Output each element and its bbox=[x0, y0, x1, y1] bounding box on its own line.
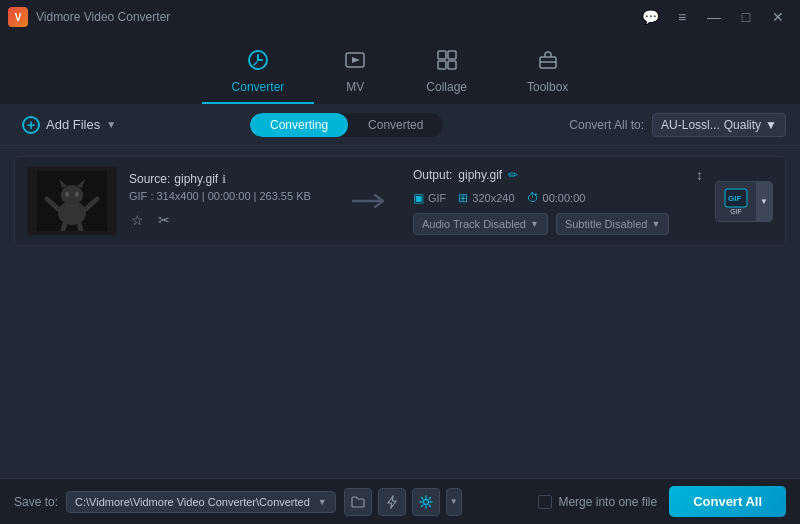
add-files-dropdown-arrow: ▼ bbox=[106, 119, 116, 130]
format-icon-inner: GIF GIF bbox=[716, 182, 756, 221]
svg-point-18 bbox=[75, 192, 79, 197]
resolution-icon: ⊞ bbox=[458, 191, 468, 205]
minimize-button[interactable]: — bbox=[700, 6, 728, 28]
output-label: Output: bbox=[413, 168, 452, 182]
duration-icon: ⏱ bbox=[527, 191, 539, 205]
empty-area bbox=[14, 254, 786, 494]
file-meta: GIF : 314x400 | 00:00:00 | 263.55 KB bbox=[129, 190, 329, 202]
info-icon: ℹ bbox=[222, 173, 226, 186]
svg-point-10 bbox=[61, 185, 83, 205]
collage-icon bbox=[436, 49, 458, 76]
tab-collage[interactable]: Collage bbox=[396, 41, 497, 104]
file-card: Source: giphy.gif ℹ GIF : 314x400 | 00:0… bbox=[14, 156, 786, 246]
resolution-param: ⊞ 320x240 bbox=[458, 191, 514, 205]
output-area: Output: giphy.gif ✏ ↕ ▣ GIF ⊞ 320x240 ⏱ … bbox=[413, 167, 703, 235]
add-files-button[interactable]: + Add Files ▼ bbox=[14, 112, 124, 138]
lightning-icon-btn[interactable] bbox=[378, 488, 406, 516]
edit-icon[interactable]: ✏ bbox=[508, 168, 518, 182]
collage-tab-label: Collage bbox=[426, 80, 467, 94]
quality-label: Quality bbox=[724, 118, 761, 132]
svg-point-21 bbox=[423, 499, 428, 504]
tab-mv[interactable]: MV bbox=[314, 41, 396, 104]
output-format-value: GIF bbox=[428, 192, 446, 204]
format-dropdown-btn[interactable]: ▼ bbox=[756, 182, 772, 221]
format-param: ▣ GIF bbox=[413, 191, 446, 205]
output-params: ▣ GIF ⊞ 320x240 ⏱ 00:00:00 bbox=[413, 191, 703, 205]
output-filename: giphy.gif bbox=[458, 168, 502, 182]
thumbnail bbox=[27, 167, 117, 235]
plus-icon: + bbox=[22, 116, 40, 134]
file-source: Source: giphy.gif ℹ bbox=[129, 172, 329, 186]
converter-icon bbox=[247, 49, 269, 76]
footer: Save to: C:\Vidmore\Vidmore Video Conver… bbox=[0, 478, 800, 524]
footer-icons: ▼ bbox=[344, 488, 462, 516]
format-icon-area: GIF GIF ▼ bbox=[715, 181, 773, 222]
sub-tabs: Converting Converted bbox=[250, 113, 443, 137]
svg-text:GIF: GIF bbox=[728, 194, 741, 203]
svg-rect-2 bbox=[438, 51, 446, 59]
title-bar-controls: 💬 ≡ — □ ✕ bbox=[636, 6, 792, 28]
converted-tab[interactable]: Converted bbox=[348, 113, 443, 137]
converting-tab[interactable]: Converting bbox=[250, 113, 348, 137]
save-to-label: Save to: bbox=[14, 495, 58, 509]
title-bar-left: V Vidmore Video Converter bbox=[8, 7, 170, 27]
title-bar: V Vidmore Video Converter 💬 ≡ — □ ✕ bbox=[0, 0, 800, 34]
merge-checkbox[interactable]: Merge into one file bbox=[538, 495, 657, 509]
star-button[interactable]: ☆ bbox=[129, 210, 146, 230]
arrow-area bbox=[341, 189, 401, 213]
folder-icon-btn[interactable] bbox=[344, 488, 372, 516]
settings-icon-btn[interactable] bbox=[412, 488, 440, 516]
output-selects: Audio Track Disabled ▼ Subtitle Disabled… bbox=[413, 213, 703, 235]
format-icon-box[interactable]: GIF GIF ▼ bbox=[715, 181, 773, 222]
save-path-value: C:\Vidmore\Vidmore Video Converter\Conve… bbox=[75, 496, 310, 508]
svg-point-17 bbox=[65, 192, 69, 197]
audio-track-value: Audio Track Disabled bbox=[422, 218, 526, 230]
tab-toolbox[interactable]: Toolbox bbox=[497, 41, 598, 104]
svg-rect-5 bbox=[448, 61, 456, 69]
menu-button[interactable]: ≡ bbox=[668, 6, 696, 28]
format-select[interactable]: AU-Lossl... Quality ▼ bbox=[652, 113, 786, 137]
footer-right: Merge into one file Convert All bbox=[538, 486, 786, 517]
app-title: Vidmore Video Converter bbox=[36, 10, 170, 24]
merge-checkbox-box[interactable] bbox=[538, 495, 552, 509]
maximize-button[interactable]: □ bbox=[732, 6, 760, 28]
format-dropdown-arrow: ▼ bbox=[765, 118, 777, 132]
audio-track-select[interactable]: Audio Track Disabled ▼ bbox=[413, 213, 548, 235]
toolbox-icon bbox=[537, 49, 559, 76]
cat-image bbox=[27, 167, 117, 235]
toolbar-left: + Add Files ▼ bbox=[14, 112, 124, 138]
subtitle-select[interactable]: Subtitle Disabled ▼ bbox=[556, 213, 669, 235]
file-actions: ☆ ✂ bbox=[129, 210, 329, 230]
mv-icon bbox=[344, 49, 366, 76]
toolbar: + Add Files ▼ Converting Converted Conve… bbox=[0, 104, 800, 146]
audio-dropdown-arrow: ▼ bbox=[530, 219, 539, 229]
chat-button[interactable]: 💬 bbox=[636, 6, 664, 28]
gif-icon: GIF GIF bbox=[724, 188, 748, 215]
format-label: GIF bbox=[730, 208, 742, 215]
svg-line-15 bbox=[63, 223, 65, 231]
enhance-button[interactable]: ↕ bbox=[696, 167, 703, 183]
format-select-value: AU-Lossl... bbox=[661, 118, 720, 132]
convert-all-button[interactable]: Convert All bbox=[669, 486, 786, 517]
app-logo: V bbox=[8, 7, 28, 27]
footer-left: Save to: C:\Vidmore\Vidmore Video Conver… bbox=[14, 488, 462, 516]
settings-dropdown-btn[interactable]: ▼ bbox=[446, 488, 462, 516]
svg-rect-3 bbox=[448, 51, 456, 59]
toolbox-tab-label: Toolbox bbox=[527, 80, 568, 94]
tab-converter[interactable]: Converter bbox=[202, 41, 315, 104]
format-icon: ▣ bbox=[413, 191, 424, 205]
source-filename: giphy.gif bbox=[174, 172, 218, 186]
merge-label: Merge into one file bbox=[558, 495, 657, 509]
save-path-box[interactable]: C:\Vidmore\Vidmore Video Converter\Conve… bbox=[66, 491, 336, 513]
add-files-label: Add Files bbox=[46, 117, 100, 132]
output-resolution-value: 320x240 bbox=[472, 192, 514, 204]
file-info: Source: giphy.gif ℹ GIF : 314x400 | 00:0… bbox=[129, 172, 329, 230]
output-header: Output: giphy.gif ✏ ↕ bbox=[413, 167, 703, 183]
close-button[interactable]: ✕ bbox=[764, 6, 792, 28]
svg-rect-4 bbox=[438, 61, 446, 69]
convert-all-to-label: Convert All to: bbox=[569, 118, 644, 132]
cut-button[interactable]: ✂ bbox=[156, 210, 172, 230]
toolbar-right: Convert All to: AU-Lossl... Quality ▼ bbox=[569, 113, 786, 137]
converter-tab-label: Converter bbox=[232, 80, 285, 94]
source-label: Source: bbox=[129, 172, 170, 186]
